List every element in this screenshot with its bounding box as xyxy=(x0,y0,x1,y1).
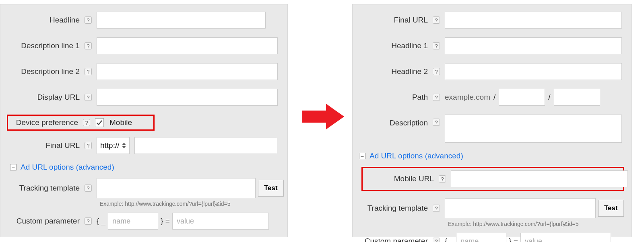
brace-open: { _ xyxy=(445,237,454,242)
help-icon[interactable]: ? xyxy=(433,238,440,242)
row-final-url: Final URL ? xyxy=(357,12,624,29)
svg-marker-0 xyxy=(302,104,344,129)
row-device-preference: Device preference ? Mobile xyxy=(10,118,152,127)
tracking-hint: Example: http://www.trackingc.com/?url={… xyxy=(100,201,280,207)
tracking-template-label: Tracking template xyxy=(4,184,83,193)
final-url-input[interactable] xyxy=(134,137,277,154)
path2-input[interactable] xyxy=(554,89,600,106)
mobile-checkbox[interactable] xyxy=(95,118,104,127)
row-headline2: Headline 2 ? xyxy=(357,63,624,80)
path1-input[interactable] xyxy=(499,89,545,106)
tracking-hint: Example: http://www.trackingc.com/?url={… xyxy=(448,221,624,227)
desc2-label: Description line 2 xyxy=(4,67,83,76)
mobile-url-label: Mobile URL xyxy=(363,174,437,183)
display-url-label: Display URL xyxy=(4,93,83,102)
collapse-icon: − xyxy=(359,153,365,159)
help-icon[interactable]: ? xyxy=(83,119,90,126)
arrow-right-icon xyxy=(298,100,346,133)
desc1-input[interactable] xyxy=(97,37,278,54)
brace-open: { _ xyxy=(97,217,105,226)
collapse-icon: − xyxy=(10,164,17,170)
protocol-select[interactable]: http:// xyxy=(97,137,130,154)
help-icon[interactable]: ? xyxy=(85,217,92,225)
mobile-url-highlight: Mobile URL ? xyxy=(361,167,624,191)
help-icon[interactable]: ? xyxy=(433,68,440,75)
final-url-label: Final URL xyxy=(357,16,431,25)
path-label: Path xyxy=(357,93,431,102)
test-button[interactable]: Test xyxy=(598,200,624,217)
row-desc2: Description line 2 ? xyxy=(4,63,280,80)
help-icon[interactable]: ? xyxy=(433,16,440,24)
ad-url-options-label: Ad URL options (advanced) xyxy=(21,163,114,172)
comparison-arrow xyxy=(292,0,352,233)
mobile-url-input[interactable] xyxy=(451,170,628,187)
help-icon[interactable]: ? xyxy=(85,185,92,192)
custom-parameter-label: Custom parameter xyxy=(357,237,431,242)
row-desc1: Description line 1 ? xyxy=(4,37,280,54)
help-icon[interactable]: ? xyxy=(433,205,440,212)
protocol-value: http:// xyxy=(100,141,120,150)
panel-left: Headline ? Description line 1 ? Descript… xyxy=(0,4,288,237)
checkmark-icon xyxy=(96,119,103,126)
final-url-label: Final URL xyxy=(4,141,83,150)
tracking-template-input[interactable] xyxy=(445,198,596,218)
mobile-checkbox-label: Mobile xyxy=(109,118,132,127)
ad-url-options-label: Ad URL options (advanced) xyxy=(369,152,463,160)
help-icon[interactable]: ? xyxy=(85,68,92,75)
ad-url-options-toggle[interactable]: − Ad URL options (advanced) xyxy=(359,152,624,160)
custom-parameter-label: Custom parameter xyxy=(4,217,83,226)
custom-name-input[interactable] xyxy=(108,213,158,230)
help-icon[interactable]: ? xyxy=(433,119,440,126)
help-icon[interactable]: ? xyxy=(439,175,446,183)
device-preference-label: Device preference xyxy=(10,118,81,127)
headline1-label: Headline 1 xyxy=(357,41,431,50)
path-sep: / xyxy=(493,93,495,102)
brace-close: } = xyxy=(161,217,170,226)
ad-url-options-toggle[interactable]: − Ad URL options (advanced) xyxy=(10,163,280,172)
desc1-label: Description line 1 xyxy=(4,41,83,50)
help-icon[interactable]: ? xyxy=(433,42,440,49)
row-path: Path ? example.com / / xyxy=(357,89,624,106)
help-icon[interactable]: ? xyxy=(85,16,92,24)
custom-name-input[interactable] xyxy=(456,233,506,242)
row-tracking-template: Tracking template ? Test xyxy=(4,178,280,198)
headline2-label: Headline 2 xyxy=(357,67,431,76)
headline1-input[interactable] xyxy=(445,37,622,54)
custom-value-input[interactable] xyxy=(172,213,269,230)
headline-input[interactable] xyxy=(97,12,266,29)
row-headline1: Headline 1 ? xyxy=(357,37,624,54)
custom-value-input[interactable] xyxy=(520,233,611,242)
help-icon[interactable]: ? xyxy=(85,42,92,49)
final-url-input[interactable] xyxy=(445,12,622,29)
desc2-input[interactable] xyxy=(97,63,278,80)
row-tracking-template: Tracking template ? Test xyxy=(357,198,624,218)
row-custom-parameter: Custom parameter ? { _ } = xyxy=(4,213,280,230)
display-url-input[interactable] xyxy=(97,89,278,106)
brace-close: } = xyxy=(509,237,518,242)
tracking-template-label: Tracking template xyxy=(357,204,431,213)
row-mobile-url: Mobile URL ? xyxy=(363,170,620,187)
stepper-icon xyxy=(122,143,126,148)
path-sep: / xyxy=(548,93,550,102)
row-final-url: Final URL ? http:// xyxy=(4,137,280,154)
row-custom-parameter: Custom parameter ? { _ } = xyxy=(357,233,624,242)
description-label: Description xyxy=(357,119,431,127)
row-description: Description ? xyxy=(357,115,624,143)
description-input[interactable] xyxy=(445,115,622,143)
help-icon[interactable]: ? xyxy=(85,142,92,149)
headline-label: Headline xyxy=(4,16,83,25)
headline2-input[interactable] xyxy=(445,63,622,80)
row-headline: Headline ? xyxy=(4,12,280,29)
row-display-url: Display URL ? xyxy=(4,89,280,106)
test-button[interactable]: Test xyxy=(258,180,284,197)
help-icon[interactable]: ? xyxy=(433,94,440,101)
path-domain: example.com xyxy=(445,93,490,102)
help-icon[interactable]: ? xyxy=(85,94,92,101)
panel-right: Final URL ? Headline 1 ? Headline 2 ? Pa… xyxy=(352,4,632,237)
tracking-template-input[interactable] xyxy=(97,178,256,198)
device-preference-highlight: Device preference ? Mobile xyxy=(7,115,155,131)
